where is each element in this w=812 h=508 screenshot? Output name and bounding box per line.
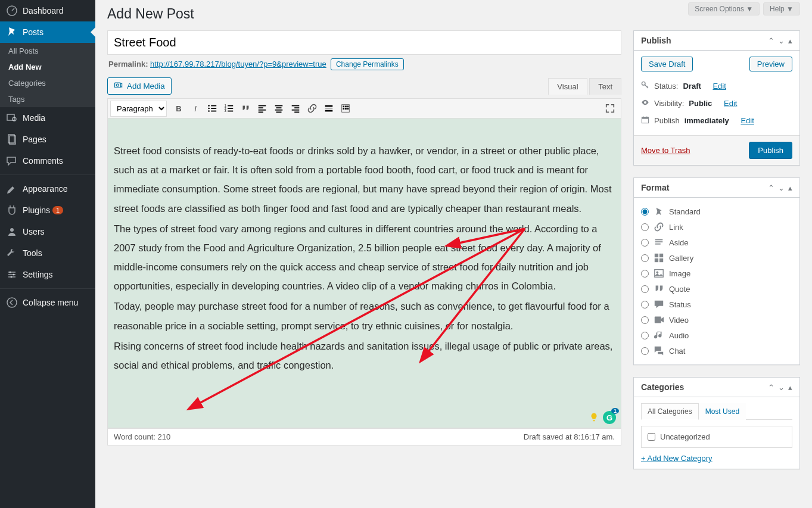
format-radio[interactable] — [641, 347, 649, 355]
add-media-button[interactable]: Add Media — [107, 77, 172, 95]
format-option-audio[interactable]: Audio — [641, 328, 792, 343]
edit-schedule-link[interactable]: Edit — [741, 116, 754, 125]
svg-rect-51 — [642, 117, 648, 119]
svg-rect-54 — [655, 244, 661, 245]
format-option-gallery[interactable]: Gallery — [641, 250, 792, 266]
format-title: Format — [641, 183, 669, 192]
posts-submenu: All Posts Add New Categories Tags — [0, 43, 95, 107]
calendar-icon — [641, 116, 649, 126]
format-radio[interactable] — [641, 316, 649, 324]
format-radio[interactable] — [641, 270, 649, 278]
lightbulb-icon[interactable] — [589, 412, 599, 423]
blockquote-button[interactable] — [237, 100, 254, 117]
preview-button[interactable]: Preview — [749, 57, 792, 71]
move-down-icon[interactable]: ⌄ — [778, 383, 785, 392]
permalink-url[interactable]: http://167.99.78.217/blog/tuyen/?p=9&pre… — [150, 60, 326, 68]
submenu-tags[interactable]: Tags — [0, 91, 95, 107]
svg-rect-35 — [294, 111, 299, 113]
submenu-categories[interactable]: Categories — [0, 75, 95, 91]
format-radio[interactable] — [641, 301, 649, 308]
format-radio[interactable] — [641, 223, 649, 231]
move-down-icon[interactable]: ⌄ — [778, 183, 785, 192]
move-up-icon[interactable]: ⌃ — [768, 36, 774, 45]
align-left-button[interactable] — [254, 100, 270, 117]
format-option-status[interactable]: Status — [641, 297, 792, 312]
format-radio[interactable] — [641, 239, 649, 247]
tab-visual[interactable]: Visual — [548, 78, 587, 95]
format-radio[interactable] — [641, 254, 649, 262]
move-down-icon[interactable]: ⌄ — [778, 36, 785, 45]
format-radio[interactable] — [641, 332, 649, 339]
category-checklist: Uncategorized — [641, 426, 792, 448]
menu-users[interactable]: Users — [0, 221, 95, 242]
svg-rect-23 — [228, 111, 233, 112]
svg-text:3: 3 — [225, 109, 226, 113]
menu-tools[interactable]: Tools — [0, 242, 95, 264]
plugins-update-badge: 1 — [52, 206, 63, 214]
readmore-button[interactable] — [321, 100, 337, 117]
menu-collapse[interactable]: Collapse menu — [0, 292, 95, 313]
submenu-add-new[interactable]: Add New — [0, 59, 95, 75]
category-item[interactable]: Uncategorized — [648, 432, 786, 441]
svg-rect-33 — [294, 107, 299, 108]
format-option-standard[interactable]: Standard — [641, 204, 792, 219]
svg-rect-36 — [325, 105, 333, 107]
numbered-list-button[interactable]: 123 — [220, 100, 237, 117]
menu-label: Comments — [23, 156, 63, 166]
toggle-icon[interactable]: ▴ — [788, 383, 792, 392]
menu-posts[interactable]: Posts — [0, 21, 95, 43]
editor-toolbar: Paragraph B I 123 — [107, 98, 621, 119]
audio-icon — [654, 330, 664, 341]
save-draft-button[interactable]: Save Draft — [641, 57, 693, 71]
category-checkbox[interactable] — [648, 433, 655, 441]
bullet-list-button[interactable] — [204, 100, 220, 117]
menu-pages[interactable]: Pages — [0, 129, 95, 150]
move-up-icon[interactable]: ⌃ — [768, 183, 774, 192]
post-title-input[interactable] — [107, 30, 621, 55]
draft-saved-time: Draft saved at 8:16:17 am. — [524, 432, 615, 441]
format-option-quote[interactable]: Quote — [641, 281, 792, 297]
fullscreen-button[interactable] — [602, 100, 618, 117]
format-radio[interactable] — [641, 285, 649, 293]
change-permalinks-button[interactable]: Change Permalinks — [331, 58, 404, 70]
tab-all-categories[interactable]: All Categories — [641, 403, 699, 420]
tab-most-used[interactable]: Most Used — [699, 403, 746, 420]
italic-button[interactable]: I — [187, 100, 204, 117]
menu-label: Users — [23, 227, 45, 236]
align-right-button[interactable] — [287, 100, 304, 117]
move-to-trash-link[interactable]: Move to Trash — [641, 146, 690, 155]
toggle-icon[interactable]: ▴ — [788, 183, 792, 192]
link-icon — [654, 222, 664, 232]
format-radio[interactable] — [641, 208, 649, 216]
toggle-icon[interactable]: ▴ — [788, 36, 792, 45]
svg-rect-15 — [211, 108, 216, 109]
add-new-category-link[interactable]: + Add New Category — [641, 454, 713, 463]
menu-media[interactable]: Media — [0, 107, 95, 129]
edit-status-link[interactable]: Edit — [713, 82, 726, 91]
help-button[interactable]: Help ▼ — [763, 2, 800, 15]
key-icon — [641, 81, 649, 91]
format-option-link[interactable]: Link — [641, 219, 792, 235]
format-option-aside[interactable]: Aside — [641, 235, 792, 250]
menu-dashboard[interactable]: Dashboard — [0, 0, 95, 21]
format-option-chat[interactable]: Chat — [641, 343, 792, 359]
edit-visibility-link[interactable]: Edit — [724, 99, 737, 108]
menu-plugins[interactable]: Plugins 1 — [0, 200, 95, 221]
move-up-icon[interactable]: ⌃ — [768, 383, 774, 392]
screen-options-button[interactable]: Screen Options ▼ — [688, 2, 760, 15]
grammarly-icon[interactable]: G1 — [603, 411, 616, 424]
format-option-video[interactable]: Video — [641, 312, 792, 328]
submenu-all-posts[interactable]: All Posts — [0, 43, 95, 59]
menu-settings[interactable]: Settings — [0, 264, 95, 285]
tab-text[interactable]: Text — [589, 78, 621, 95]
menu-appearance[interactable]: Appearance — [0, 178, 95, 200]
paragraph-select[interactable]: Paragraph — [110, 101, 167, 117]
editor-content[interactable]: Street food consists of ready-to-eat foo… — [107, 119, 621, 428]
format-option-image[interactable]: Image — [641, 266, 792, 281]
toolbar-toggle-button[interactable] — [337, 100, 354, 117]
link-button[interactable] — [304, 100, 321, 117]
menu-comments[interactable]: Comments — [0, 150, 95, 172]
align-center-button[interactable] — [270, 100, 287, 117]
bold-button[interactable]: B — [170, 100, 187, 117]
publish-button[interactable]: Publish — [749, 142, 792, 159]
